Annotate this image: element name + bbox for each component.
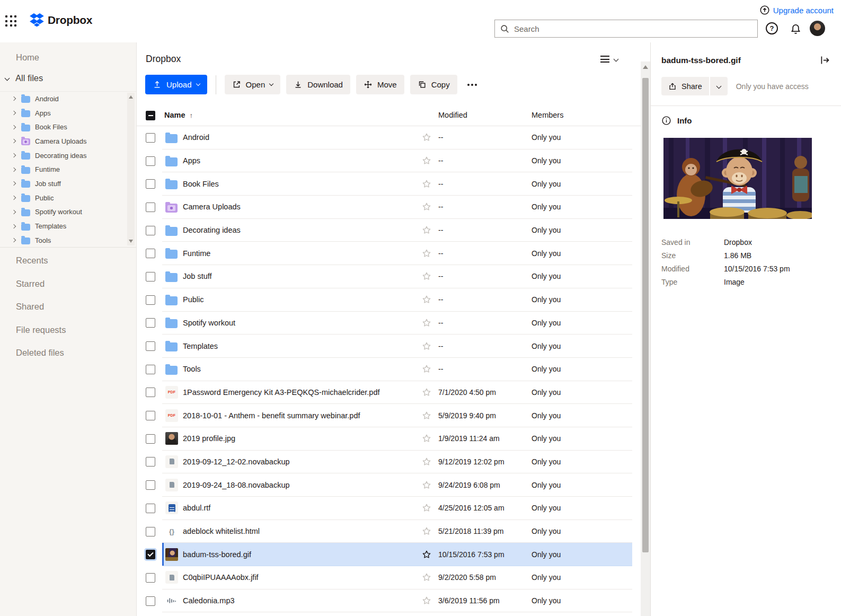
row-checkbox[interactable] [146, 596, 155, 606]
row-checkbox[interactable] [146, 272, 155, 281]
view-options-button[interactable] [600, 56, 618, 63]
sidebar-item-file-requests[interactable]: File requests [0, 319, 137, 342]
tree-scrollbar[interactable] [127, 93, 135, 245]
sidebar-item-recents[interactable]: Recents [0, 249, 137, 272]
table-row[interactable]: Decorating ideas -- Only you [137, 219, 641, 242]
open-button[interactable]: Open [225, 75, 281, 94]
column-header-name[interactable]: Name↑ [164, 111, 193, 119]
file-name[interactable]: Tools [183, 365, 421, 373]
row-checkbox[interactable] [146, 133, 155, 143]
table-row[interactable]: Apps -- Only you [137, 149, 641, 173]
table-row[interactable]: abdul.rtf 4/25/2016 12:05 am Only you [137, 497, 641, 520]
file-name[interactable]: Funtime [183, 249, 421, 258]
table-row[interactable]: C0qbiIPUAAAAobx.jfif 9/2/2020 5:58 pm On… [137, 566, 641, 589]
sidebar-item-deleted-files[interactable]: Deleted files [0, 341, 137, 365]
help-button[interactable]: ? [766, 22, 778, 34]
star-icon[interactable] [421, 248, 432, 259]
table-row[interactable]: Spotify workout -- Only you [137, 312, 641, 335]
sidebar-item-shared[interactable]: Shared [0, 295, 137, 319]
file-name[interactable]: C0qbiIPUAAAAobx.jfif [183, 573, 421, 582]
main-scrollbar[interactable] [641, 61, 650, 616]
star-icon[interactable] [421, 364, 432, 374]
table-row[interactable]: PDF 2018-10-01 - Anthem - benefit summar… [137, 404, 641, 427]
row-checkbox[interactable] [146, 249, 155, 258]
column-header-modified[interactable]: Modified [438, 111, 467, 119]
sidebar-folder-public[interactable]: Public [0, 191, 136, 205]
row-checkbox[interactable] [146, 411, 155, 420]
row-checkbox[interactable] [146, 203, 155, 212]
star-icon[interactable] [421, 572, 432, 583]
sidebar-folder-templates[interactable]: Templates [0, 219, 136, 233]
star-icon[interactable] [421, 155, 432, 166]
sidebar-folder-spotify-workout[interactable]: Spotify workout [0, 205, 136, 219]
row-checkbox[interactable] [146, 573, 155, 583]
table-row[interactable]: 2019 profile.jpg 1/9/2019 11:24 am Only … [137, 427, 641, 451]
chevron-right-icon[interactable] [12, 210, 16, 214]
row-checkbox[interactable] [146, 457, 155, 467]
star-icon[interactable] [421, 294, 432, 305]
table-row[interactable]: 2019-09-24_18-08.novabackup 9/24/2019 6:… [137, 473, 641, 497]
sidebar-folder-book-files[interactable]: Book Files [0, 120, 136, 134]
row-checkbox[interactable] [146, 226, 155, 235]
sidebar-item-all-files[interactable]: All files [0, 73, 43, 83]
table-row[interactable]: badum-tss-bored.gif 10/15/2016 7:53 pm O… [137, 543, 641, 566]
row-checkbox[interactable] [146, 434, 155, 444]
scroll-up-arrow-icon[interactable] [129, 95, 133, 99]
apps-grid-icon[interactable] [5, 15, 17, 27]
row-checkbox[interactable] [146, 550, 155, 559]
file-name[interactable]: 1Password Emergency Kit A3-PEQKQS-michae… [183, 388, 421, 397]
sidebar-item-starred[interactable]: Starred [0, 272, 137, 296]
file-name[interactable]: Job stuff [183, 272, 421, 280]
table-row[interactable]: Book Files -- Only you [137, 172, 641, 196]
file-name[interactable]: Android [183, 133, 421, 142]
sidebar-folder-camera-uploads[interactable]: Camera Uploads [0, 134, 136, 148]
sidebar-folder-android[interactable]: Android [0, 92, 136, 106]
star-icon[interactable] [421, 179, 432, 189]
file-name[interactable]: Caledonia.mp3 [183, 596, 421, 605]
row-checkbox[interactable] [146, 388, 155, 397]
star-icon[interactable] [421, 201, 432, 212]
search-bar[interactable] [494, 20, 758, 38]
table-row[interactable]: PDF 1Password Emergency Kit A3-PEQKQS-mi… [137, 381, 641, 404]
file-name[interactable]: Apps [183, 156, 421, 165]
upload-button[interactable]: Upload [145, 75, 207, 94]
chevron-right-icon[interactable] [12, 111, 16, 115]
file-name[interactable]: adeblock whitelist.html [183, 527, 421, 535]
star-icon[interactable] [421, 595, 432, 606]
row-checkbox[interactable] [146, 295, 155, 305]
file-name[interactable]: 2019-09-24_18-08.novabackup [183, 481, 421, 489]
star-icon[interactable] [421, 225, 432, 235]
table-row[interactable]: Camera Uploads -- Only you [137, 196, 641, 219]
search-input[interactable] [514, 24, 752, 33]
share-options-button[interactable] [710, 77, 728, 95]
chevron-right-icon[interactable] [12, 96, 16, 101]
table-row[interactable]: Funtime -- Only you [137, 242, 641, 265]
sidebar-folder-decorating-ideas[interactable]: Decorating ideas [0, 148, 136, 163]
star-icon[interactable] [421, 433, 432, 444]
star-icon[interactable] [421, 456, 432, 467]
row-checkbox[interactable] [146, 365, 155, 374]
more-options-button[interactable] [463, 75, 481, 94]
chevron-right-icon[interactable] [12, 238, 16, 242]
move-button[interactable]: Move [356, 75, 404, 94]
star-icon[interactable] [421, 410, 432, 421]
file-name[interactable]: badum-tss-bored.gif [183, 550, 421, 559]
chevron-right-icon[interactable] [12, 181, 16, 186]
star-icon[interactable] [421, 132, 432, 143]
table-row[interactable]: Caledonia.mp3 3/6/2019 11:56 pm Only you [137, 589, 641, 613]
column-header-members[interactable]: Members [532, 111, 563, 119]
sidebar-folder-tools[interactable]: Tools [0, 233, 136, 248]
file-name[interactable]: abdul.rtf [183, 504, 421, 512]
chevron-right-icon[interactable] [12, 125, 16, 129]
avatar[interactable] [810, 21, 825, 36]
chevron-right-icon[interactable] [12, 153, 16, 157]
file-name[interactable]: Public [183, 295, 421, 304]
star-icon[interactable] [421, 549, 432, 560]
collapse-panel-button[interactable] [819, 55, 830, 66]
row-checkbox[interactable] [146, 156, 155, 166]
star-icon[interactable] [421, 318, 432, 328]
file-name[interactable]: Templates [183, 342, 421, 350]
upgrade-account-link[interactable]: Upgrade account [760, 5, 834, 15]
row-checkbox[interactable] [146, 179, 155, 189]
file-name[interactable]: Camera Uploads [183, 203, 421, 211]
